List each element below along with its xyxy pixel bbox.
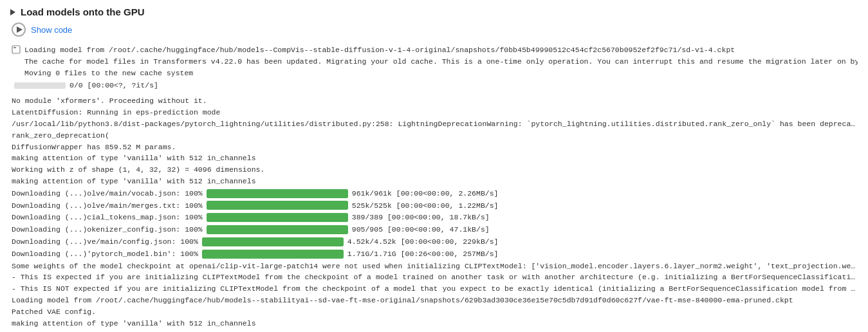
output-cell-icon bbox=[12, 45, 21, 54]
progress-label: Downloading (...)cial_tokens_map.json: 1… bbox=[12, 212, 203, 223]
spinner-row: 0/0 [00:00<?, ?it/s] bbox=[14, 80, 858, 91]
progress-row: Downloading (...)olve/main/merges.txt: 1… bbox=[12, 200, 858, 212]
output-line: LatentDiffusion: Running in eps-predicti… bbox=[12, 107, 858, 118]
progress-label: Downloading (...)'pytorch_model.bin': 10… bbox=[12, 248, 198, 260]
output-area: Loading model from /root/.cache/huggingf… bbox=[12, 44, 858, 332]
show-code-row: Show code bbox=[12, 23, 858, 37]
progress-bar-fill bbox=[207, 225, 348, 234]
output-line: /usr/local/lib/python3.8/dist-packages/p… bbox=[12, 118, 858, 130]
progress-row: Downloading (...)cial_tokens_map.json: 1… bbox=[12, 212, 858, 223]
progress-bar-fill bbox=[207, 189, 348, 198]
progress-stats: 961k/961k [00:00<00:00, 2.26MB/s] bbox=[352, 188, 499, 199]
progress-bar-container bbox=[207, 189, 348, 198]
svg-rect-0 bbox=[12, 46, 20, 53]
output-line: The cache for model files in Transformer… bbox=[24, 56, 858, 68]
progress-bar-container bbox=[202, 237, 344, 246]
progress-bar-fill bbox=[207, 213, 348, 222]
output-line: No module 'xformers'. Proceeding without… bbox=[12, 95, 858, 107]
progress-bar-container bbox=[207, 201, 348, 210]
cell-icon-col bbox=[12, 45, 22, 58]
progress-bar-fill bbox=[207, 201, 348, 210]
output-line: Loading model from /root/.cache/huggingf… bbox=[12, 295, 858, 306]
progress-stats: 1.71G/1.71G [00:26<00:00, 257MB/s] bbox=[347, 248, 499, 260]
output-line: - This IS NOT expected if you are initia… bbox=[12, 283, 858, 295]
output-line: - This IS expected if you are initializi… bbox=[12, 272, 858, 283]
spinner-text: 0/0 [00:00<?, ?it/s] bbox=[69, 80, 158, 91]
output-line: rank_zero_deprecation( bbox=[12, 130, 858, 142]
progress-row: Downloading (...)olve/main/vocab.json: 1… bbox=[12, 188, 858, 199]
cell-output-first: Loading model from /root/.cache/huggingf… bbox=[12, 44, 858, 78]
expand-icon[interactable] bbox=[10, 9, 15, 15]
progress-bar-container bbox=[202, 250, 344, 259]
post-lines-container: Some weights of the model checkpoint at … bbox=[12, 261, 858, 332]
progress-label: Downloading (...)okenizer_config.json: 1… bbox=[12, 224, 203, 235]
progress-label: Downloading (...)olve/main/merges.txt: 1… bbox=[12, 200, 203, 212]
output-line: Working with z of shape (1, 4, 32, 32) =… bbox=[12, 329, 858, 333]
output-line: Moving 0 files to the new cache system bbox=[24, 68, 858, 79]
output-line: Working with z of shape (1, 4, 32, 32) =… bbox=[12, 164, 858, 176]
progress-bars-container: Downloading (...)olve/main/vocab.json: 1… bbox=[12, 188, 858, 260]
progress-label: Downloading (...)ve/main/config.json: 10… bbox=[12, 236, 198, 248]
progress-stats: 525k/525k [00:00<00:00, 1.22MB/s] bbox=[352, 200, 499, 212]
output-line: DiffusionWrapper has 859.52 M params. bbox=[12, 142, 858, 153]
show-code-link[interactable]: Show code bbox=[31, 25, 72, 35]
output-lines-block: Loading model from /root/.cache/huggingf… bbox=[24, 44, 858, 78]
output-line: Loading model from /root/.cache/huggingf… bbox=[24, 44, 858, 56]
progress-stats: 389/389 [00:00<00:00, 18.7kB/s] bbox=[352, 212, 490, 223]
output-line: Patched VAE config. bbox=[12, 306, 858, 318]
progress-row: Downloading (...)okenizer_config.json: 1… bbox=[12, 224, 858, 235]
progress-stats: 905/905 [00:00<00:00, 47.1kB/s] bbox=[352, 224, 490, 235]
output-line: making attention of type 'vanilla' with … bbox=[12, 176, 858, 187]
output-line: making attention of type 'vanilla' with … bbox=[12, 152, 858, 164]
svg-rect-1 bbox=[14, 47, 16, 48]
play-icon bbox=[17, 26, 23, 33]
page-container: Load models onto the GPU Show code Loadi… bbox=[0, 0, 868, 332]
progress-row: Downloading (...)'pytorch_model.bin': 10… bbox=[12, 248, 858, 260]
mini-progress-bar bbox=[14, 82, 66, 89]
progress-label: Downloading (...)olve/main/vocab.json: 1… bbox=[12, 188, 203, 199]
output-line: Some weights of the model checkpoint at … bbox=[12, 261, 858, 272]
section-title: Load models onto the GPU bbox=[21, 6, 145, 17]
progress-stats: 4.52k/4.52k [00:00<00:00, 229kB/s] bbox=[347, 236, 499, 248]
output-line: making attention of type 'vanilla' with … bbox=[12, 318, 858, 329]
progress-bar-fill bbox=[202, 250, 344, 259]
section-header: Load models onto the GPU bbox=[10, 6, 858, 17]
progress-row: Downloading (...)ve/main/config.json: 10… bbox=[12, 236, 858, 248]
progress-bar-container bbox=[207, 213, 348, 222]
run-button[interactable] bbox=[12, 23, 26, 37]
progress-bar-container bbox=[207, 225, 348, 234]
progress-bar-fill bbox=[202, 237, 344, 246]
